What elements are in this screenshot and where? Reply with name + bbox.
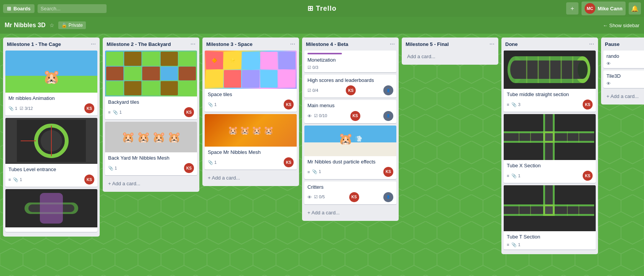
trello-icon: ⊞: [307, 4, 314, 13]
card-meta-main-menus: 👁 ☑ 0/10 KS 👤: [307, 111, 393, 121]
card-tubes-level-entrance[interactable]: Tubes Level entrance ≡ 📎 1 KS: [5, 118, 97, 187]
card-space-nibbles-mesh[interactable]: 🐹 🐹 🐹 🐹 Space Mr Nibbles Mesh 📎 1 KS: [205, 114, 297, 170]
card-title-tube-t: Tube T Section: [507, 234, 593, 240]
column-title-pause: Pause: [605, 41, 644, 47]
app-header: ⊞ Boards ⊞ Trello ＋ MC Mike Cann 🔔: [0, 0, 644, 17]
add-card-milestone4[interactable]: + Add a card...: [304, 207, 396, 218]
card-tube-x[interactable]: Tube X Section ≡ 📎 1 KS: [504, 114, 596, 183]
card-image-tube-t: [504, 185, 596, 231]
card-image-space-tiles: 🔶 ⭐: [205, 51, 297, 89]
attachment-badge: 📎 1: [511, 173, 520, 178]
column-menu-milestone3[interactable]: ···: [290, 41, 295, 47]
tube-straight-svg: [504, 51, 594, 89]
card-member-avatar: 👤: [383, 85, 393, 95]
column-milestone3: Milestone 3 - Space ··· 🔶 ⭐ Space t: [202, 38, 299, 186]
card-image-dust-effects: 🐹 💨: [304, 126, 396, 156]
card-member-ks: KS: [284, 100, 294, 109]
column-menu-milestone5[interactable]: ···: [490, 41, 495, 47]
card-title-tile3d: Tile3D: [606, 73, 644, 80]
board-content: Milestone 1 - The Cage ··· Mr nibbles An…: [0, 34, 644, 276]
column-menu-milestone1[interactable]: ···: [91, 41, 96, 47]
checklist-badge: ☑ 0/4: [307, 88, 318, 93]
visibility-badge[interactable]: 🔒 Private: [58, 21, 86, 29]
add-card-milestone3[interactable]: + Add a card...: [205, 173, 297, 183]
card-meta-tube-straight: ≡ 📎 3 KS: [507, 100, 593, 109]
card-backyard-nibbles-mesh[interactable]: 🐹 🐹 🐹 🐹 Back Yard Mr Nibbles Mesh 📎 1 KS: [105, 122, 197, 175]
column-title-done: Done: [505, 41, 589, 47]
card-title-space-nibbles-mesh: Space Mr Nibbles Mesh: [208, 149, 294, 156]
column-header-pause: Pause ···: [601, 38, 644, 51]
card-meta-space-tiles: 📎 1 KS: [208, 100, 294, 109]
card-member-avatar: 👤: [383, 111, 393, 121]
show-sidebar-button[interactable]: ← Show sidebar: [603, 23, 639, 28]
column-header-milestone2: Milestone 2 - The Backyard ···: [103, 38, 199, 51]
column-body-milestone4: Monetization ☑ 0/3 High scores and leade…: [302, 51, 399, 221]
user-menu[interactable]: MC Mike Cann: [582, 2, 626, 15]
attachment-badge: 📎 1: [13, 177, 22, 182]
card-title-mr-nibbles-animation: Mr nibbles Animation: [8, 95, 94, 102]
column-body-pause: rando 👁 Tile3D 👁 + Add a card...: [601, 51, 644, 105]
card-tube-t[interactable]: Tube T Section ≡ 📎 1: [504, 185, 596, 249]
card-main-menus[interactable]: Main menus 👁 ☑ 0/10 KS 👤: [304, 100, 396, 123]
column-body-milestone3: 🔶 ⭐ Space tiles 📎 1 KS: [202, 51, 299, 186]
boards-button[interactable]: ⊞ Boards: [3, 4, 34, 13]
attachment-badge: 📎 1: [8, 106, 17, 111]
card-member-ks: KS: [184, 107, 194, 117]
card-title-tubes-entrance: Tubes Level entrance: [8, 166, 94, 173]
card-image-hamster-game: [5, 51, 97, 93]
column-body-done: Tube middle straight section ≡ 📎 3 KS: [501, 51, 598, 254]
star-icon[interactable]: ☆: [49, 22, 54, 28]
column-menu-done[interactable]: ···: [589, 41, 594, 47]
search-input[interactable]: [38, 4, 107, 13]
card-space-tiles[interactable]: 🔶 ⭐ Space tiles 📎 1 KS: [205, 51, 297, 112]
card-member-ks: KS: [349, 192, 359, 202]
app-name: Trello: [316, 5, 337, 13]
card-rando[interactable]: rando 👁: [603, 51, 644, 68]
card-meta-tubes-entrance: ≡ 📎 1 KS: [8, 175, 94, 185]
column-menu-milestone4[interactable]: ···: [390, 41, 395, 47]
eye-badge: 👁: [307, 195, 312, 199]
card-tube-straight[interactable]: Tube middle straight section ≡ 📎 3 KS: [504, 51, 596, 112]
tube-dark-svg: [21, 191, 82, 225]
notifications-button[interactable]: 🔔: [629, 2, 641, 15]
card-tube-dark[interactable]: [5, 189, 97, 232]
card-high-scores[interactable]: High scores and leaderboards ☑ 0/4 KS 👤: [304, 75, 396, 98]
attachment-badge: 📎 3: [511, 102, 520, 107]
card-member-ks: KS: [84, 175, 94, 185]
attachment-badge: 📎 1: [312, 169, 321, 174]
lock-icon: 🔒: [61, 23, 67, 28]
checklist-badge: ☑ 0/10: [314, 113, 327, 118]
add-card-milestone2[interactable]: + Add a card...: [105, 178, 197, 189]
board-title: Mr Nibbles 3D: [5, 22, 46, 29]
card-member-ks: KS: [583, 171, 593, 181]
card-meta-backyard-tiles: ≡ 📎 1 KS: [108, 107, 194, 117]
card-backyard-tiles[interactable]: Backyard tiles ≡ 📎 1 KS: [105, 51, 197, 119]
card-meta-critters: 👁 ☑ 0/5 KS 👤: [307, 192, 393, 202]
card-meta-tube-x: ≡ 📎 1 KS: [507, 171, 593, 181]
add-button[interactable]: ＋: [566, 2, 578, 15]
card-meta-dust-effects: ≡ 📎 1 KS: [307, 167, 393, 177]
svg-rect-27: [545, 133, 553, 141]
card-mr-nibbles-animation[interactable]: Mr nibbles Animation 📎 1 ☑ 3/12 KS: [5, 51, 97, 116]
column-done: Done ···: [501, 38, 598, 254]
column-menu-milestone2[interactable]: ···: [191, 41, 196, 47]
description-badge: ≡: [507, 242, 509, 247]
svg-point-15: [578, 60, 588, 79]
add-card-milestone5[interactable]: Add a card...: [404, 51, 496, 62]
eye-badge: 👁: [606, 61, 611, 66]
card-member-ks: KS: [350, 111, 360, 121]
card-monetization[interactable]: Monetization ☑ 0/3: [304, 51, 396, 72]
card-critters[interactable]: Critters 👁 ☑ 0/5 KS 👤: [304, 181, 396, 204]
tube-t-svg: [504, 185, 594, 231]
card-title-high-scores: High scores and leaderboards: [307, 77, 393, 84]
attachment-badge: 📎 1: [208, 160, 217, 165]
description-badge: ≡: [8, 177, 11, 182]
card-tile3d[interactable]: Tile3D 👁: [603, 70, 644, 88]
attachment-badge: 📎 1: [208, 102, 217, 107]
add-card-pause[interactable]: + Add a card...: [603, 91, 644, 101]
app-logo: ⊞ Trello: [307, 4, 337, 13]
card-title-tube-x: Tube X Section: [507, 162, 593, 169]
card-meta-rando: 👁: [606, 61, 644, 66]
card-dust-effects[interactable]: 🐹 💨 Mr Nibbles dust particle effects ≡ 📎…: [304, 126, 396, 179]
card-title-space-tiles: Space tiles: [208, 91, 294, 98]
